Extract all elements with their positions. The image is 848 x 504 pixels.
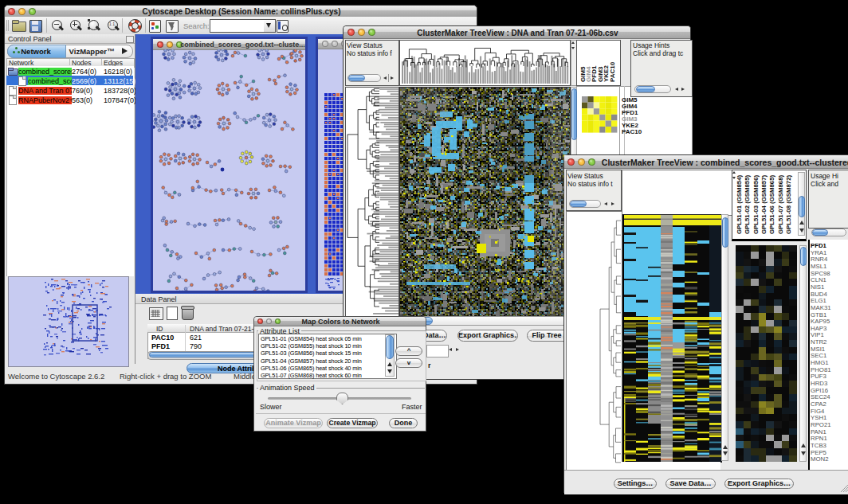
svg-text:GPL51-08 (GSM872): GPL51-08 (GSM872)	[785, 174, 792, 234]
svg-text:GPL51-06 (GSM865): GPL51-06 (GSM865)	[768, 174, 775, 234]
svg-text:GPL51-01 (GSM854): GPL51-01 (GSM854)	[736, 174, 743, 234]
svg-text:GPL51-04 (GSM857): GPL51-04 (GSM857)	[760, 174, 768, 234]
svg-text:PAC10: PAC10	[609, 61, 616, 82]
svg-text:GPL51-02 (GSM855): GPL51-02 (GSM855)	[744, 174, 751, 234]
svg-text:GPL51-07 (GSM868): GPL51-07 (GSM868)	[777, 174, 784, 234]
svg-text:GPL51-03 (GSM856): GPL51-03 (GSM856)	[752, 174, 760, 234]
